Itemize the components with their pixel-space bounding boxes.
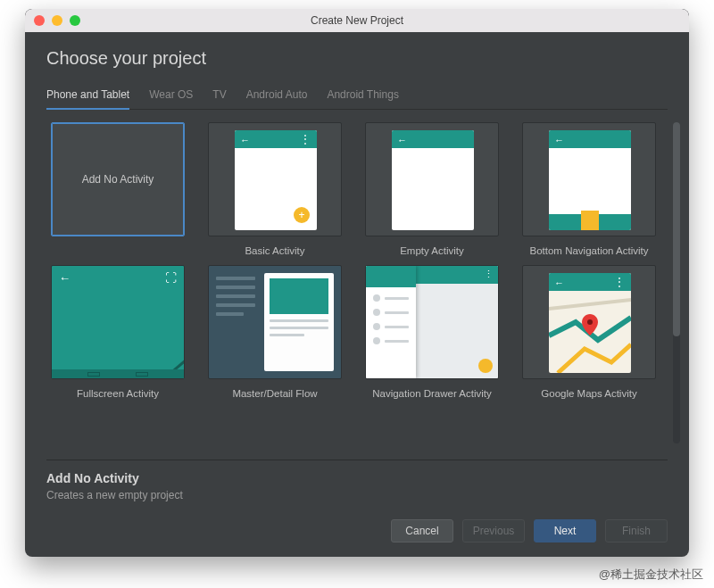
template-add-no-activity[interactable]: Add No Activity xyxy=(46,122,189,256)
template-thumb: ←⋮ xyxy=(522,265,656,379)
tab-phone-and-tablet[interactable]: Phone and Tablet xyxy=(46,88,129,110)
tab-tv[interactable]: TV xyxy=(212,88,226,109)
diagonal-icon xyxy=(51,265,185,379)
finish-button[interactable]: Finish xyxy=(605,519,668,542)
fab-icon xyxy=(478,359,493,373)
overflow-icon: ⋮ xyxy=(484,269,494,280)
map-pin-icon xyxy=(582,314,598,335)
scrollbar-thumb[interactable] xyxy=(673,122,680,336)
zoom-icon[interactable] xyxy=(70,15,80,26)
previous-button[interactable]: Previous xyxy=(462,519,525,542)
tab-android-auto[interactable]: Android Auto xyxy=(246,88,308,109)
template-google-maps-activity[interactable]: ←⋮ Google Maps Activi xyxy=(518,265,660,399)
page-title: Choose your project xyxy=(46,48,668,69)
template-thumb: ⋮ xyxy=(365,265,499,379)
template-caption: Basic Activity xyxy=(245,245,304,256)
window-controls xyxy=(34,15,80,26)
template-caption: Empty Activity xyxy=(400,245,464,256)
back-arrow-icon: ← xyxy=(397,135,407,145)
titlebar: Create New Project xyxy=(25,9,689,32)
gallery-scrollbar[interactable] xyxy=(673,122,680,443)
svg-line-0 xyxy=(51,265,185,379)
template-fullscreen-activity[interactable]: ← ⛶ Fullscreen Activity xyxy=(46,265,189,399)
fab-icon: + xyxy=(294,207,310,223)
template-thumb: ←⋮ + xyxy=(208,122,342,236)
template-caption: Navigation Drawer Activity xyxy=(372,388,492,399)
cancel-button[interactable]: Cancel xyxy=(391,519,453,542)
close-icon[interactable] xyxy=(34,15,45,26)
device-tabs: Phone and Tablet Wear OS TV Android Auto… xyxy=(46,88,668,110)
bottom-nav-icon xyxy=(549,214,631,230)
template-gallery-wrap: Add No Activity ←⋮ + Basic Activity xyxy=(46,112,668,460)
template-thumb: Add No Activity xyxy=(51,122,185,236)
window-title: Create New Project xyxy=(25,14,689,27)
template-caption: Google Maps Activity xyxy=(541,388,636,399)
watermark: @稀土掘金技术社区 xyxy=(599,567,703,583)
svg-point-1 xyxy=(587,319,593,325)
drawer-icon xyxy=(366,266,416,378)
tab-wear-os[interactable]: Wear OS xyxy=(149,88,193,109)
template-basic-activity[interactable]: ←⋮ + Basic Activity xyxy=(203,122,346,256)
template-navigation-drawer-activity[interactable]: ⋮ Navigation Drawer Activity xyxy=(361,265,503,399)
template-caption: Bottom Navigation Activity xyxy=(530,245,649,256)
dialog-content: Choose your project Phone and Tablet Wea… xyxy=(25,32,689,557)
overflow-icon: ⋮ xyxy=(300,133,311,145)
template-details: Add No Activity Creates a new empty proj… xyxy=(46,460,668,509)
next-button[interactable]: Next xyxy=(534,519,596,542)
template-bottom-navigation-activity[interactable]: ← Bottom Navigation Activity xyxy=(518,122,660,256)
back-arrow-icon: ← xyxy=(240,135,250,145)
minimize-icon[interactable] xyxy=(52,15,62,26)
template-master-detail-flow[interactable]: Master/Detail Flow xyxy=(203,265,346,399)
no-activity-label: Add No Activity xyxy=(52,123,184,236)
back-arrow-icon: ← xyxy=(554,135,564,145)
template-caption: Master/Detail Flow xyxy=(232,388,317,399)
template-empty-activity[interactable]: ← Empty Activity xyxy=(361,122,503,256)
template-caption: Fullscreen Activity xyxy=(77,388,159,399)
details-title: Add No Activity xyxy=(46,471,668,485)
template-thumb: ← ⛶ xyxy=(51,265,185,379)
template-thumb: ← xyxy=(522,122,656,236)
template-thumb: ← xyxy=(365,122,499,236)
template-thumb xyxy=(208,265,342,379)
dialog-window: Create New Project Choose your project P… xyxy=(25,9,689,557)
dialog-buttons: Cancel Previous Next Finish xyxy=(46,509,668,557)
tab-android-things[interactable]: Android Things xyxy=(327,88,399,109)
details-description: Creates a new empty project xyxy=(46,489,668,501)
template-gallery: Add No Activity ←⋮ + Basic Activity xyxy=(46,112,668,411)
